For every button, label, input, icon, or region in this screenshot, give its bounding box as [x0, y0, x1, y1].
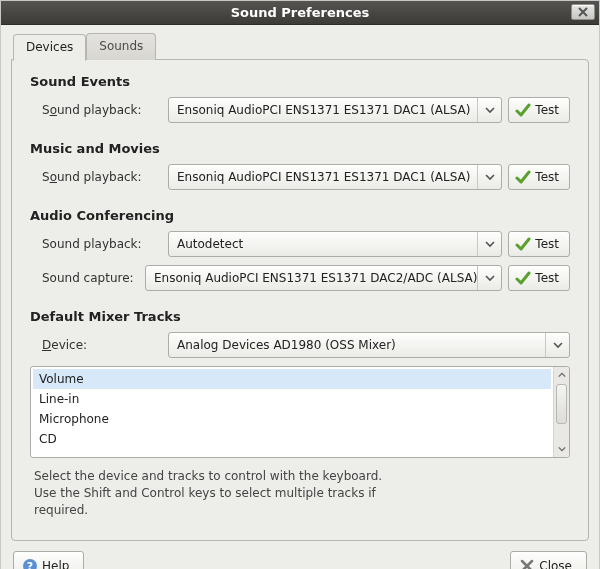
label-sound-events-playback: Sound playback: [42, 103, 162, 117]
chevron-down-icon [477, 165, 501, 189]
scroll-up-icon[interactable] [554, 367, 569, 383]
scrollbar[interactable] [553, 367, 569, 457]
combo-sound-events-playback[interactable]: Ensoniq AudioPCI ENS1371 ES1371 DAC1 (AL… [168, 97, 502, 123]
chevron-down-icon [477, 266, 501, 290]
list-item[interactable]: Line-in [33, 389, 551, 409]
list-item[interactable]: Microphone [33, 409, 551, 429]
row-audio-conf-capture: Sound capture: Ensoniq AudioPCI ENS1371 … [30, 265, 570, 291]
titlebar[interactable]: Sound Preferences [1, 1, 599, 25]
combo-value: Analog Devices AD1980 (OSS Mixer) [177, 338, 545, 352]
window-title: Sound Preferences [231, 5, 370, 20]
list-item[interactable]: Volume [33, 369, 551, 389]
mixer-help-text: Select the device and tracks to control … [30, 468, 570, 518]
label-mixer-device: Device: [42, 338, 162, 352]
check-icon [515, 169, 531, 185]
test-button-label: Test [535, 271, 559, 285]
row-sound-events-playback: Sound playback: Ensoniq AudioPCI ENS1371… [30, 97, 570, 123]
combo-value: Ensoniq AudioPCI ENS1371 ES1371 DAC2/ADC… [154, 271, 477, 285]
row-music-movies-playback: Sound playback: Ensoniq AudioPCI ENS1371… [30, 164, 570, 190]
row-mixer-device: Device: Analog Devices AD1980 (OSS Mixer… [30, 332, 570, 358]
list-item[interactable]: CD [33, 429, 551, 449]
help-button-label: Help [42, 559, 69, 569]
chevron-down-icon [477, 98, 501, 122]
check-icon [515, 270, 531, 286]
combo-mixer-device[interactable]: Analog Devices AD1980 (OSS Mixer) [168, 332, 570, 358]
chevron-down-icon [545, 333, 569, 357]
dialog-footer: ? Help Close [11, 541, 589, 569]
section-title-sound-events: Sound Events [30, 74, 570, 89]
tab-panel-devices: Sound Events Sound playback: Ensoniq Aud… [11, 59, 589, 541]
tab-devices[interactable]: Devices [13, 34, 86, 61]
tab-sounds[interactable]: Sounds [86, 33, 156, 60]
window-content: Devices Sounds Sound Events Sound playba… [1, 25, 599, 569]
label-music-movies-playback: Sound playback: [42, 170, 162, 184]
test-button-label: Test [535, 237, 559, 251]
scrollbar-thumb[interactable] [556, 384, 567, 424]
help-button[interactable]: ? Help [13, 551, 84, 569]
test-button-label: Test [535, 103, 559, 117]
row-audio-conf-playback: Sound playback: Autodetect Test [30, 231, 570, 257]
section-title-mixer: Default Mixer Tracks [30, 309, 570, 324]
label-audio-conf-playback: Sound playback: [42, 237, 162, 251]
section-music-movies: Music and Movies Sound playback: Ensoniq… [30, 141, 570, 190]
window: Sound Preferences Devices Sounds Sound E… [0, 0, 600, 569]
section-sound-events: Sound Events Sound playback: Ensoniq Aud… [30, 74, 570, 123]
check-icon [515, 236, 531, 252]
close-icon [578, 7, 588, 17]
svg-text:?: ? [27, 560, 33, 569]
section-audio-conferencing: Audio Conferencing Sound playback: Autod… [30, 208, 570, 291]
mixer-tracks-items: Volume Line-in Microphone CD [31, 367, 553, 457]
section-mixer: Default Mixer Tracks Device: Analog Devi… [30, 309, 570, 518]
scroll-down-icon[interactable] [554, 441, 569, 457]
test-button-label: Test [535, 170, 559, 184]
label-audio-conf-capture: Sound capture: [42, 271, 139, 285]
mixer-tracks-list[interactable]: Volume Line-in Microphone CD [30, 366, 570, 458]
section-title-audio-conferencing: Audio Conferencing [30, 208, 570, 223]
test-button-audio-conf-capture[interactable]: Test [508, 265, 570, 291]
tabstrip: Devices Sounds [11, 33, 589, 60]
test-button-audio-conf-playback[interactable]: Test [508, 231, 570, 257]
check-icon [515, 102, 531, 118]
combo-value: Autodetect [177, 237, 477, 251]
test-button-sound-events[interactable]: Test [508, 97, 570, 123]
combo-audio-conf-playback[interactable]: Autodetect [168, 231, 502, 257]
test-button-music-movies[interactable]: Test [508, 164, 570, 190]
combo-value: Ensoniq AudioPCI ENS1371 ES1371 DAC1 (AL… [177, 103, 477, 117]
chevron-down-icon [477, 232, 501, 256]
window-close-button[interactable] [571, 4, 595, 20]
combo-music-movies-playback[interactable]: Ensoniq AudioPCI ENS1371 ES1371 DAC1 (AL… [168, 164, 502, 190]
help-icon: ? [22, 558, 38, 569]
section-title-music-movies: Music and Movies [30, 141, 570, 156]
close-button[interactable]: Close [510, 551, 587, 569]
combo-value: Ensoniq AudioPCI ENS1371 ES1371 DAC1 (AL… [177, 170, 477, 184]
close-icon [519, 558, 535, 569]
close-button-label: Close [539, 559, 572, 569]
combo-audio-conf-capture[interactable]: Ensoniq AudioPCI ENS1371 ES1371 DAC2/ADC… [145, 265, 502, 291]
